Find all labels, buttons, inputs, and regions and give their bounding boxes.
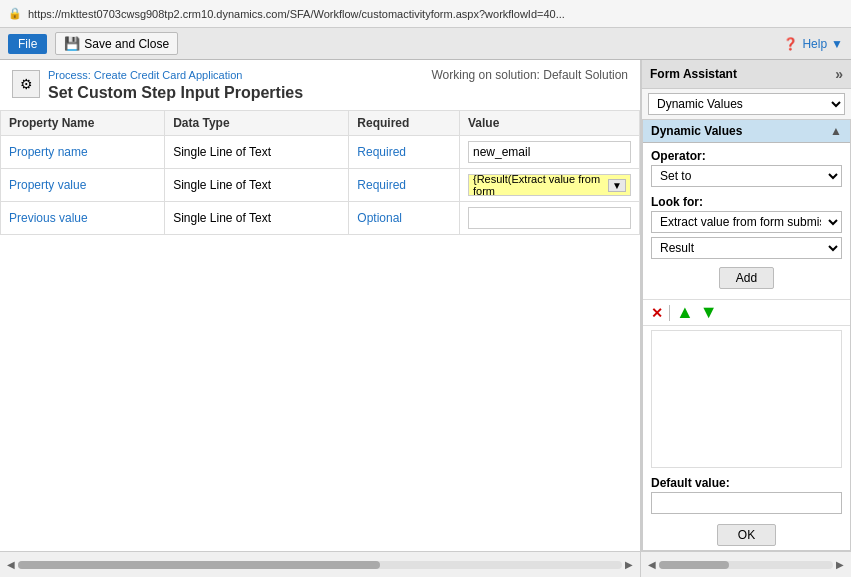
data-type-cell: Single Line of Text <box>165 136 349 169</box>
scroll-right-right-arrow[interactable]: ▶ <box>833 559 847 570</box>
move-down-button[interactable]: ▼ <box>700 302 718 323</box>
value-input[interactable] <box>468 141 631 163</box>
move-up-button[interactable]: ▲ <box>676 302 694 323</box>
lock-icon: 🔒 <box>8 7 22 20</box>
left-scrollbar: ◀ ▶ <box>0 552 641 577</box>
data-type-cell: Single Line of Text <box>165 169 349 202</box>
help-chevron-icon: ▼ <box>831 37 843 51</box>
scroll-thumb-right <box>659 561 729 569</box>
dynamic-values-list <box>651 330 842 468</box>
toolbar-divider <box>669 305 670 321</box>
dynamic-values-dropdown[interactable]: Dynamic Values <box>648 93 845 115</box>
process-header: ⚙ Process: Create Credit Card Applicatio… <box>0 60 431 106</box>
table-row: Property valueSingle Line of TextRequire… <box>1 169 640 202</box>
scroll-left-arrow[interactable]: ◀ <box>4 559 18 570</box>
default-value-label: Default value: <box>651 476 842 490</box>
value-cell[interactable] <box>460 202 640 235</box>
page-title: Set Custom Step Input Properties <box>48 84 303 102</box>
property-name-cell: Previous value <box>1 202 165 235</box>
dynamic-values-toolbar: ✕ ▲ ▼ <box>643 299 850 326</box>
col-value: Value <box>460 111 640 136</box>
default-value-section: Default value: <box>643 472 850 520</box>
save-close-button[interactable]: 💾 Save and Close <box>55 32 178 55</box>
scroll-thumb-left <box>18 561 380 569</box>
required-cell: Required <box>349 136 460 169</box>
operator-label: Operator: <box>651 149 842 163</box>
col-required: Required <box>349 111 460 136</box>
dynamic-value-button[interactable]: ▼ <box>608 179 626 192</box>
toolbar: File 💾 Save and Close ❓ Help ▼ <box>0 28 851 60</box>
value-input[interactable] <box>468 207 631 229</box>
address-bar: 🔒 https://mkttest0703cwsg908tp2.crm10.dy… <box>0 0 851 28</box>
properties-table: Property Name Data Type Required Value P… <box>0 110 640 235</box>
dynamic-values-body: Operator: Set to Look for: Extract value… <box>643 143 850 299</box>
dynamic-values-header: Dynamic Values ▲ <box>643 120 850 143</box>
ok-button[interactable]: OK <box>717 524 776 546</box>
help-link[interactable]: ❓ Help ▼ <box>783 37 843 51</box>
collapse-icon[interactable]: ▲ <box>830 124 842 138</box>
dynamic-values-title: Dynamic Values <box>651 124 742 138</box>
scrollbar-area: ◀ ▶ ◀ ▶ <box>0 551 851 577</box>
main-dropdown-row: Dynamic Values <box>642 89 851 119</box>
required-cell: Required <box>349 169 460 202</box>
form-assistant-title: Form Assistant <box>650 67 737 81</box>
dynamic-value-text: {Result(Extract value from form <box>473 173 608 197</box>
property-name-link[interactable]: Property value <box>9 178 86 192</box>
operator-select[interactable]: Set to <box>651 165 842 187</box>
save-icon: 💾 <box>64 36 80 51</box>
right-scrollbar: ◀ ▶ <box>641 552 851 577</box>
expand-icon[interactable]: » <box>835 66 843 82</box>
scroll-right-arrow[interactable]: ▶ <box>622 559 636 570</box>
property-name-link[interactable]: Previous value <box>9 211 88 225</box>
look-for-section: Look for: Extract value from form submis… <box>651 195 842 259</box>
value-cell[interactable]: {Result(Extract value from form▼ <box>460 169 640 202</box>
col-property-name: Property Name <box>1 111 165 136</box>
col-data-type: Data Type <box>165 111 349 136</box>
result-select[interactable]: Result <box>651 237 842 259</box>
form-assistant-header: Form Assistant » <box>642 60 851 89</box>
required-cell: Optional <box>349 202 460 235</box>
scroll-right-left-arrow[interactable]: ◀ <box>645 559 659 570</box>
delete-button[interactable]: ✕ <box>651 305 663 321</box>
scroll-track-left[interactable] <box>18 561 622 569</box>
process-link[interactable]: Process: Create Credit Card Application <box>48 69 242 81</box>
table-row: Previous valueSingle Line of TextOptiona… <box>1 202 640 235</box>
default-value-input[interactable] <box>651 492 842 514</box>
operator-section: Operator: Set to <box>651 149 842 187</box>
property-name-cell: Property name <box>1 136 165 169</box>
look-for-select[interactable]: Extract value from form submission <box>651 211 842 233</box>
add-button[interactable]: Add <box>719 267 774 289</box>
value-cell[interactable] <box>460 136 640 169</box>
data-type-cell: Single Line of Text <box>165 202 349 235</box>
scroll-track-right[interactable] <box>659 561 833 569</box>
right-panel: Form Assistant » Dynamic Values Dynamic … <box>641 60 851 551</box>
left-panel: ⚙ Process: Create Credit Card Applicatio… <box>0 60 641 551</box>
process-header-row: ⚙ Process: Create Credit Card Applicatio… <box>0 60 640 106</box>
look-for-label: Look for: <box>651 195 842 209</box>
file-button[interactable]: File <box>8 34 47 54</box>
process-icon: ⚙ <box>12 70 40 98</box>
property-name-link[interactable]: Property name <box>9 145 88 159</box>
dynamic-value-field[interactable]: {Result(Extract value from form▼ <box>468 174 631 196</box>
question-icon: ❓ <box>783 37 798 51</box>
process-info: Process: Create Credit Card Application … <box>48 68 303 102</box>
main-content: ⚙ Process: Create Credit Card Applicatio… <box>0 60 851 551</box>
gear-icon: ⚙ <box>20 76 33 92</box>
property-name-cell: Property value <box>1 169 165 202</box>
table-row: Property nameSingle Line of TextRequired <box>1 136 640 169</box>
dynamic-values-section: Dynamic Values ▲ Operator: Set to Look f… <box>642 119 851 551</box>
url-text: https://mkttest0703cwsg908tp2.crm10.dyna… <box>28 8 843 20</box>
solution-text: Working on solution: Default Solution <box>431 60 640 82</box>
